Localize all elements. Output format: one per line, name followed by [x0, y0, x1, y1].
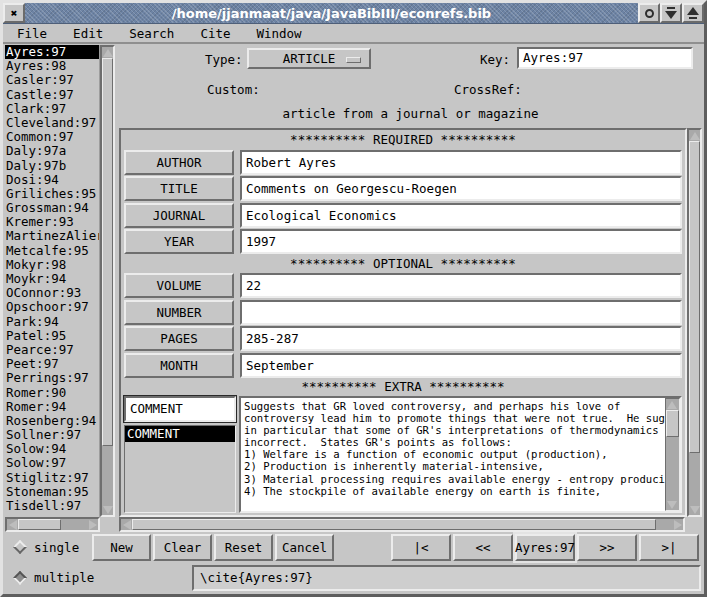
- command-button[interactable]: Clear: [153, 534, 212, 561]
- scroll-left-icon[interactable]: [121, 519, 132, 530]
- reference-list-item[interactable]: Romer:90: [5, 386, 99, 400]
- raise-button[interactable]: [682, 3, 704, 23]
- field-input[interactable]: Ecological Economics: [240, 203, 682, 228]
- menu-item[interactable]: Cite: [200, 26, 230, 41]
- scrollbar-thumb[interactable]: [18, 519, 61, 530]
- nav-button[interactable]: >|: [639, 534, 699, 561]
- reference-list-item[interactable]: Rosenberg:94: [5, 414, 99, 428]
- reference-list-item[interactable]: Sollner:97: [5, 428, 99, 442]
- nav-button[interactable]: <<: [453, 534, 513, 561]
- field-label-button[interactable]: MONTH: [124, 353, 234, 378]
- radio-on-icon[interactable]: [13, 571, 27, 585]
- comment-textarea[interactable]: Suggests that GR loved controversy, and …: [241, 398, 665, 511]
- mode-multiple[interactable]: multiple: [6, 570, 92, 585]
- extra-field-list-item[interactable]: COMMENT: [125, 426, 235, 442]
- scroll-right-icon[interactable]: [87, 519, 98, 530]
- reference-list-item[interactable]: Castle:97: [5, 88, 99, 102]
- key-input[interactable]: Ayres:97: [517, 47, 693, 69]
- menu-item[interactable]: Search: [129, 26, 174, 41]
- reference-list-item[interactable]: Mokyr:98: [5, 258, 99, 272]
- reference-list-item[interactable]: Solow:97: [5, 456, 99, 470]
- lower-button[interactable]: [660, 3, 682, 23]
- reference-list-item[interactable]: Tisdell:97: [5, 499, 99, 513]
- field-label-button[interactable]: PAGES: [124, 326, 234, 351]
- scroll-down-icon[interactable]: [689, 504, 700, 515]
- field-label-button[interactable]: TITLE: [124, 176, 234, 201]
- close-button[interactable]: ✖: [3, 3, 25, 23]
- menu-item[interactable]: Window: [256, 26, 301, 41]
- nav-button[interactable]: |<: [391, 534, 451, 561]
- scroll-up-icon[interactable]: [689, 130, 700, 141]
- reference-list-item[interactable]: Cleveland:97: [5, 116, 99, 130]
- command-button[interactable]: New: [92, 534, 151, 561]
- field-input[interactable]: September: [240, 353, 682, 378]
- nav-button[interactable]: >>: [577, 534, 637, 561]
- scrollbar-thumb[interactable]: [102, 58, 113, 446]
- field-input[interactable]: 1997: [240, 229, 682, 254]
- reference-list-item[interactable]: Patel:95: [5, 329, 99, 343]
- field-input[interactable]: Comments on Georgescu-Roegen: [240, 176, 682, 201]
- field-label-button[interactable]: YEAR: [124, 229, 234, 254]
- field-input[interactable]: 285-287: [240, 326, 682, 351]
- comment-vscrollbar[interactable]: [665, 398, 680, 511]
- radio-off-icon[interactable]: [13, 540, 27, 554]
- scroll-down-icon[interactable]: [666, 499, 677, 510]
- menu-item[interactable]: Edit: [73, 26, 103, 41]
- reference-list-hscrollbar[interactable]: [5, 517, 100, 532]
- command-button[interactable]: Reset: [214, 534, 273, 561]
- reference-list-item[interactable]: Solow:94: [5, 442, 99, 456]
- titlebar[interactable]: ✖ /home/jjanmaat/java/JavaBibIII/econref…: [3, 3, 704, 24]
- reference-list-item[interactable]: Perrings:97: [5, 371, 99, 385]
- scrollbar-thumb[interactable]: [132, 519, 656, 530]
- reference-list-item[interactable]: Common:97: [5, 130, 99, 144]
- reference-list-item[interactable]: Romer:94: [5, 400, 99, 414]
- field-input[interactable]: 22: [240, 273, 682, 298]
- reference-list-item[interactable]: MartinezAlier:9: [5, 229, 99, 243]
- reference-list-item[interactable]: Stiglitz:97: [5, 471, 99, 485]
- reference-list-item[interactable]: Metcalfe:95: [5, 244, 99, 258]
- reference-list[interactable]: Ayres:97Ayres:98Casler:97Castle:97Clark:…: [5, 45, 100, 517]
- reference-list-item[interactable]: Moykr:94: [5, 272, 99, 286]
- reference-list-item[interactable]: Ayres:97: [5, 45, 99, 59]
- reference-list-item[interactable]: Park:94: [5, 315, 99, 329]
- nav-button[interactable]: Ayres:97: [515, 534, 575, 561]
- scroll-down-icon[interactable]: [102, 504, 113, 515]
- mode-single[interactable]: single: [6, 540, 92, 555]
- scrollbar-thumb[interactable]: [689, 141, 700, 453]
- reference-list-item[interactable]: Kremer:93: [5, 215, 99, 229]
- type-dropdown[interactable]: ARTICLE: [247, 48, 371, 69]
- scroll-left-icon[interactable]: [7, 519, 18, 530]
- field-input[interactable]: [240, 300, 682, 325]
- scroll-up-icon[interactable]: [666, 399, 677, 410]
- field-label-button[interactable]: JOURNAL: [124, 203, 234, 228]
- command-button[interactable]: Cancel: [275, 534, 334, 561]
- field-label-button[interactable]: AUTHOR: [124, 150, 234, 175]
- cite-output-field[interactable]: \cite{Ayres:97}: [192, 565, 701, 591]
- menu-item[interactable]: File: [17, 26, 47, 41]
- scrollbar-thumb[interactable]: [666, 410, 679, 437]
- reference-list-item[interactable]: Daly:97b: [5, 159, 99, 173]
- scroll-up-icon[interactable]: [102, 47, 113, 58]
- field-label-button[interactable]: NUMBER: [124, 300, 234, 325]
- field-input[interactable]: Robert Ayres: [240, 150, 682, 175]
- scroll-right-icon[interactable]: [672, 519, 683, 530]
- reference-list-item[interactable]: Opschoor:97: [5, 300, 99, 314]
- reference-list-item[interactable]: Grossman:94: [5, 201, 99, 215]
- iconify-button[interactable]: [638, 3, 660, 23]
- panel-vscrollbar[interactable]: [687, 128, 702, 517]
- reference-list-item[interactable]: Clark:97: [5, 102, 99, 116]
- reference-list-item[interactable]: Stoneman:95: [5, 485, 99, 499]
- reference-list-item[interactable]: Dosi:94: [5, 173, 99, 187]
- reference-list-item[interactable]: Pearce:97: [5, 343, 99, 357]
- panel-hscrollbar[interactable]: [119, 517, 685, 532]
- reference-list-item[interactable]: Casler:97: [5, 73, 99, 87]
- reference-list-item[interactable]: Peet:97: [5, 357, 99, 371]
- reference-list-item[interactable]: Griliches:95: [5, 187, 99, 201]
- reference-list-item[interactable]: Daly:97a: [5, 144, 99, 158]
- extra-field-name-input[interactable]: COMMENT: [124, 396, 236, 422]
- reference-list-item[interactable]: OConnor:93: [5, 286, 99, 300]
- field-label-button[interactable]: VOLUME: [124, 273, 234, 298]
- reference-list-vscrollbar[interactable]: [100, 45, 115, 517]
- reference-list-item[interactable]: Ayres:98: [5, 59, 99, 73]
- extra-field-list[interactable]: COMMENT: [124, 425, 236, 513]
